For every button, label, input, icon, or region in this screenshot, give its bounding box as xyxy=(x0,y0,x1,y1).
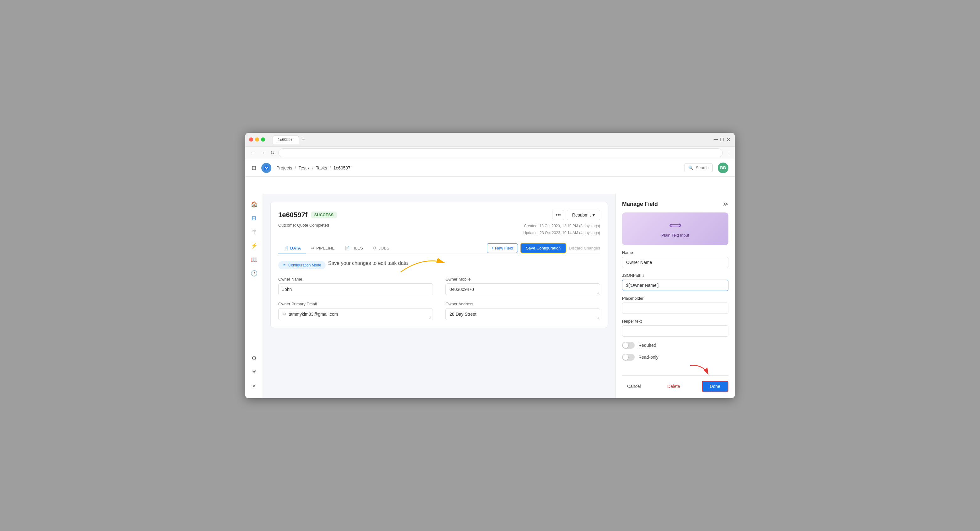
panel-placeholder-field: Placeholder xyxy=(622,296,729,314)
files-tab-icon: 📄 xyxy=(345,246,350,250)
sidebar-item-home[interactable]: 🏠 xyxy=(248,198,260,210)
readonly-toggle-row: Read-only xyxy=(622,354,729,360)
email-resize-handle[interactable]: ⊿ xyxy=(429,316,432,319)
breadcrumb: Projects / Test ▾ / Tasks / 1e60597f xyxy=(276,165,352,171)
close-icon[interactable] xyxy=(249,137,253,142)
status-badge: SUCCESS xyxy=(311,212,337,218)
maximize-icon[interactable] xyxy=(261,137,265,142)
panel-helper-field: Helper text xyxy=(622,319,729,337)
breadcrumb-test[interactable]: Test ▾ xyxy=(298,165,310,171)
resize-handle[interactable]: ⊿ xyxy=(597,292,600,295)
config-mode-banner: ⟳ ⟳ Configuration Mode Configuration Mod… xyxy=(278,261,326,269)
readonly-toggle[interactable] xyxy=(622,354,635,360)
config-mode-description: Save your changes to edit task data xyxy=(328,260,408,266)
svg-point-1 xyxy=(265,167,266,168)
jobs-tab-icon: ⚙ xyxy=(373,246,377,250)
owner-name-label: Owner Name xyxy=(278,277,433,282)
sidebar-item-history[interactable]: 🕐 xyxy=(248,267,260,280)
address-bar[interactable] xyxy=(278,148,723,157)
browser-more-button[interactable]: ⋮ xyxy=(725,149,731,156)
owner-email-input-wrapper: ✉ tammykim83@gmail.com ⊿ xyxy=(278,308,433,320)
panel-placeholder-label: Placeholder xyxy=(622,296,729,301)
data-tab-icon: 📄 xyxy=(283,246,288,250)
done-button[interactable]: Done xyxy=(702,381,729,392)
jsonpath-info-icon[interactable]: ℹ xyxy=(643,273,644,278)
tab-files[interactable]: 📄 FILES xyxy=(340,242,368,254)
back-button[interactable]: ← xyxy=(249,149,257,157)
panel-placeholder-input[interactable] xyxy=(622,303,729,314)
svg-point-0 xyxy=(264,165,269,171)
panel-collapse-button[interactable]: ≫ xyxy=(722,201,729,207)
delete-button[interactable]: Delete xyxy=(667,384,680,389)
minimize-icon[interactable] xyxy=(255,137,259,142)
sidebar-item-theme[interactable]: ☀ xyxy=(248,366,260,378)
tab-pipeline[interactable]: ⇒ PIPELINE xyxy=(306,242,340,254)
panel-name-field: Name xyxy=(622,250,729,268)
reload-button[interactable]: ↻ xyxy=(269,148,276,157)
task-timestamps: Created: 18 Oct 2023, 12:19 PM (8 days a… xyxy=(523,223,600,236)
app-grid-icon[interactable]: ⊞ xyxy=(251,164,256,171)
email-icon: ✉ xyxy=(282,312,286,317)
owner-email-value: tammykim83@gmail.com xyxy=(289,312,338,317)
readonly-toggle-knob xyxy=(623,354,628,360)
svg-point-2 xyxy=(267,167,268,168)
sidebar-item-collapse[interactable]: » xyxy=(248,380,260,392)
task-card: 1e60597f SUCCESS ••• Resubmit ▾ Outc xyxy=(270,202,608,328)
sidebar: 🏠 ⊞ ⚡ 📖 🕐 ⚙ ☀ » xyxy=(245,194,263,398)
breadcrumb-projects[interactable]: Projects xyxy=(276,165,293,171)
field-preview: ⟺ Plain Text Input xyxy=(622,212,729,245)
owner-name-group: Owner Name xyxy=(278,277,433,295)
sidebar-item-settings[interactable]: ⚙ xyxy=(248,352,260,364)
panel-name-input[interactable] xyxy=(622,257,729,268)
forward-button[interactable]: → xyxy=(259,149,267,157)
browser-tab[interactable]: 1e60597f xyxy=(273,135,299,144)
field-preview-label: Plain Text Input xyxy=(661,233,689,238)
new-field-button[interactable]: + New Field xyxy=(487,243,518,253)
search-icon: 🔍 xyxy=(688,165,693,170)
panel-name-label: Name xyxy=(622,250,729,255)
panel-jsonpath-input[interactable] xyxy=(622,280,729,291)
svg-point-3 xyxy=(266,168,267,169)
required-toggle[interactable] xyxy=(622,342,635,349)
pipeline-tab-icon: ⇒ xyxy=(311,246,314,250)
panel-helper-label: Helper text xyxy=(622,319,729,324)
window-close-icon[interactable]: ✕ xyxy=(726,136,731,143)
panel-jsonpath-label: JSONPath ℹ xyxy=(622,273,729,278)
sidebar-item-dashboard[interactable]: ⊞ xyxy=(248,212,260,224)
tab-jobs[interactable]: ⚙ JOBS xyxy=(368,242,395,254)
tab-data[interactable]: 📄 DATA xyxy=(278,242,306,254)
window-restore-icon[interactable]: □ xyxy=(720,136,724,143)
panel-title: Manage Field xyxy=(622,201,658,207)
more-button[interactable]: ••• xyxy=(552,210,564,220)
discard-changes-button[interactable]: Discard Changes xyxy=(569,246,600,250)
window-minimize-icon[interactable]: ─ xyxy=(714,136,718,143)
owner-mobile-group: Owner Mobile ⊿ xyxy=(445,277,600,295)
owner-mobile-input[interactable] xyxy=(445,283,600,295)
task-outcome: Outcome: Quote Completed xyxy=(278,223,329,228)
content-area: 1e60597f SUCCESS ••• Resubmit ▾ Outc xyxy=(263,194,616,398)
panel-helper-input[interactable] xyxy=(622,325,729,337)
panel-jsonpath-field: JSONPath ℹ xyxy=(622,273,729,291)
breadcrumb-tasks[interactable]: Tasks xyxy=(316,165,327,171)
owner-address-input[interactable] xyxy=(445,308,600,320)
required-toggle-row: Required xyxy=(622,342,729,349)
header-search[interactable]: 🔍 Search xyxy=(684,163,713,172)
sidebar-item-docs[interactable]: 📖 xyxy=(248,253,260,266)
task-id: 1e60597f xyxy=(278,211,307,219)
owner-name-input[interactable] xyxy=(278,283,433,295)
address-resize-handle[interactable]: ⊿ xyxy=(597,316,600,319)
resubmit-button[interactable]: Resubmit ▾ xyxy=(567,210,600,220)
required-toggle-label: Required xyxy=(638,343,656,348)
sidebar-item-automations[interactable]: ⚡ xyxy=(248,239,260,252)
field-preview-icon: ⟺ xyxy=(669,220,682,230)
cancel-button[interactable]: Cancel xyxy=(622,381,646,391)
owner-email-label: Owner Primary Email xyxy=(278,301,433,306)
breadcrumb-current: 1e60597f xyxy=(334,165,352,171)
manage-field-panel: Manage Field ≫ ⟺ Plain Text Input Name J… xyxy=(616,194,735,398)
sidebar-item-pipelines[interactable] xyxy=(248,226,260,238)
owner-email-group: Owner Primary Email ✉ tammykim83@gmail.c… xyxy=(278,301,433,320)
readonly-toggle-label: Read-only xyxy=(638,355,659,360)
save-configuration-button[interactable]: Save Configuration xyxy=(520,243,566,253)
new-tab-button[interactable]: + xyxy=(301,136,305,143)
user-avatar[interactable]: BB xyxy=(718,163,729,173)
